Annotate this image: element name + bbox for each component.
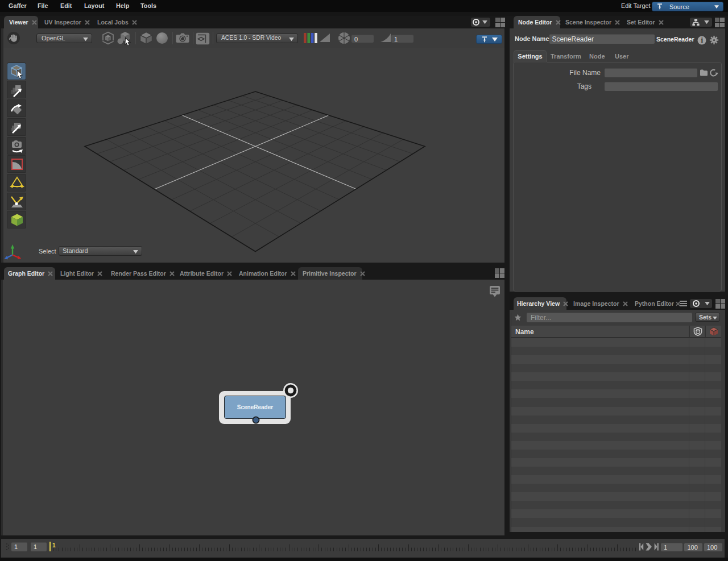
svg-text:i: i (701, 36, 703, 44)
